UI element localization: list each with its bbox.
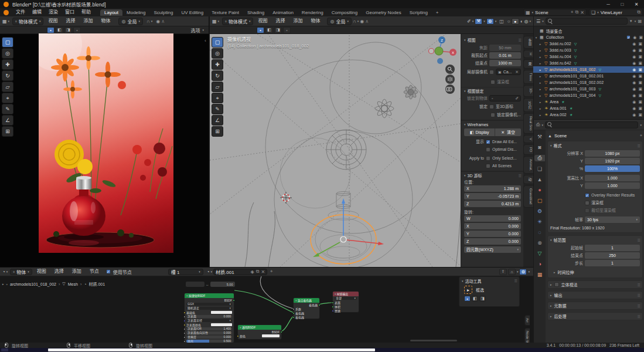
outliner-root-row[interactable]: ▦ 场景集合 bbox=[534, 28, 644, 34]
add-menu[interactable]: 添加 bbox=[289, 17, 306, 25]
editor-type-icon[interactable]: ▦ bbox=[2, 19, 7, 24]
eye-icon[interactable]: ◉ bbox=[632, 42, 636, 46]
expand-icon[interactable]: ▸ bbox=[538, 113, 543, 117]
tool-select-box[interactable]: ▢ bbox=[212, 37, 223, 48]
expand-icon[interactable]: ▸ bbox=[538, 42, 543, 46]
properties-tab-material[interactable]: ◑ bbox=[538, 261, 541, 267]
scene-selector[interactable]: ▦ ▾ Scene ⌖ ⧉ ✕ bbox=[523, 9, 587, 16]
tool-cursor[interactable]: ◎ bbox=[2, 48, 13, 59]
n-tab-h[interactable]: H bbox=[523, 50, 533, 58]
workspace-tab-geonodes[interactable]: Geometry Nodes bbox=[362, 9, 405, 16]
node-header[interactable]: ▾ 混合着色器 bbox=[294, 298, 319, 303]
eye-icon[interactable]: ◉ bbox=[632, 93, 636, 98]
object-menu[interactable]: 物体 bbox=[307, 17, 323, 25]
cursor-panel-header[interactable]: ▾ 3D 游标 ☰ bbox=[461, 171, 524, 179]
n-tab-grassblade[interactable]: Grassblad bbox=[523, 185, 533, 207]
shading-solid-icon[interactable]: ● bbox=[512, 18, 519, 25]
chevron-down-icon[interactable]: ▾ bbox=[532, 11, 534, 14]
color-row[interactable]: 颜色 bbox=[238, 334, 281, 338]
camera-restrict-icon[interactable]: ▣ bbox=[638, 42, 642, 46]
menu-edit[interactable]: 编辑 bbox=[29, 8, 45, 16]
xray-toggle-icon[interactable]: ◫ bbox=[499, 19, 504, 24]
lock-cursor-checkbox[interactable] bbox=[489, 104, 494, 109]
eye-icon[interactable]: ◉ bbox=[632, 74, 636, 79]
cursor-ry-field[interactable]: Y0.000 bbox=[464, 231, 521, 237]
chevron-down-icon[interactable]: ▾ bbox=[517, 270, 519, 273]
sidebar-collapse-icon[interactable]: › bbox=[205, 38, 206, 43]
expand-icon[interactable]: ▸ bbox=[2, 282, 4, 286]
time-stretch-subpanel[interactable]: ▸时间拉伸 bbox=[548, 267, 642, 276]
camera-restrict-icon[interactable]: ▣ bbox=[638, 48, 642, 53]
frame-range-panel-header[interactable]: ▾ 帧范围 ☰ bbox=[548, 236, 642, 244]
n-tab-2[interactable]: 果 bbox=[523, 59, 533, 69]
proportional-falloff-icon[interactable]: ∧ bbox=[365, 19, 369, 24]
chevron-down-icon[interactable]: ▾ bbox=[211, 270, 213, 273]
properties-tab-physics[interactable]: ◌ bbox=[538, 229, 541, 235]
camera-restrict-icon[interactable]: ▣ bbox=[638, 61, 642, 66]
tool-rotate[interactable]: ↻ bbox=[212, 70, 223, 81]
expand-icon[interactable]: ▾ bbox=[534, 36, 539, 39]
menu-file[interactable]: 文件 bbox=[12, 8, 29, 16]
select-menu[interactable]: 选择 bbox=[272, 17, 288, 25]
outliner-row[interactable]: ▸▽3ddd.ru.642▽◉▣ bbox=[533, 60, 644, 66]
optimal-display-checkbox[interactable] bbox=[486, 147, 490, 152]
subsurface-color-swatch[interactable] bbox=[211, 323, 232, 326]
expand-icon[interactable]: ▸ bbox=[538, 62, 543, 65]
res-y-field[interactable]: 1920 px bbox=[585, 158, 640, 164]
minimize-button[interactable]: ─ bbox=[603, 2, 614, 7]
viewport-left[interactable]: ▪ ◧ ◨ ▫ 选项 ▾ ▢ ◎ ✚ ↻ ▱ ⌖ ✎ ∠ ⊞ › bbox=[0, 26, 209, 267]
chevron-down-icon[interactable]: ▾ bbox=[529, 19, 531, 23]
slot-dropdown[interactable]: 槽 1▾ bbox=[168, 269, 203, 275]
box-select-tool-button[interactable]: ▸ bbox=[464, 286, 472, 294]
frame-start-field[interactable]: 1 bbox=[585, 245, 640, 251]
outliner-row[interactable]: ▸▽archmodels101_018_002.001◉▣ bbox=[533, 73, 644, 79]
outliner-row[interactable]: ▸▽archmodels101_018_003▽◉▣ bbox=[533, 86, 644, 92]
subsurface-row[interactable]: 次表面0.000 bbox=[185, 314, 234, 319]
socket-bsdf-out[interactable] bbox=[233, 299, 235, 302]
node-header[interactable]: ▾ 原理化BSDF bbox=[185, 293, 234, 298]
color-swatch[interactable] bbox=[262, 334, 280, 337]
expand-icon[interactable]: ▸ bbox=[538, 81, 543, 84]
camera-restrict-icon[interactable]: ▣ bbox=[638, 113, 642, 117]
select-mode-extend-icon[interactable]: ◧ bbox=[472, 296, 478, 302]
view-menu[interactable]: 视图 bbox=[33, 268, 50, 276]
shading-wireframe-icon[interactable]: ○ bbox=[507, 19, 510, 24]
menu-render[interactable]: 渲染 bbox=[45, 8, 62, 16]
tool-cursor[interactable]: ◎ bbox=[212, 48, 223, 59]
chevron-down-icon[interactable]: ▾ bbox=[6, 270, 8, 273]
expand-icon[interactable]: ▸ bbox=[538, 87, 543, 91]
workspace-tab-uv[interactable]: UV Editing bbox=[177, 9, 207, 16]
overlays-toggle-icon[interactable]: ◍ bbox=[486, 18, 494, 25]
only-selected-checkbox[interactable] bbox=[486, 156, 490, 161]
close-button[interactable]: ✕ bbox=[631, 2, 642, 7]
breadcrumb-scene[interactable]: Scene bbox=[554, 133, 567, 138]
camera-restrict-icon[interactable]: ▣ bbox=[638, 74, 642, 79]
value-drag-widget[interactable]: ↔ 5.00 bbox=[186, 282, 235, 287]
select-menu[interactable]: 选择 bbox=[51, 268, 67, 276]
cursor-x-field[interactable]: X1.288 m bbox=[464, 185, 521, 192]
camera-restrict-icon[interactable]: ▣ bbox=[638, 67, 642, 72]
camera-restrict-icon[interactable]: ▣ bbox=[638, 106, 642, 111]
cursor-rw-field[interactable]: W0.000 bbox=[464, 215, 521, 222]
eye-icon[interactable]: ◉ bbox=[632, 100, 636, 104]
fps-dropdown[interactable]: 30 fps▾ bbox=[585, 216, 640, 223]
chevron-down-icon[interactable]: ▾ bbox=[640, 123, 642, 127]
snap-magnet-icon[interactable]: ∩ bbox=[353, 19, 356, 24]
breadcrumb-mesh[interactable]: Mesh bbox=[68, 282, 78, 286]
taskbar-start-icon[interactable] bbox=[1, 348, 8, 351]
expand-icon[interactable]: ▸ bbox=[538, 68, 543, 72]
base-color-row[interactable]: 基础色 bbox=[185, 310, 234, 314]
outliner-row[interactable]: ▸☀Area.001☀◉▣ bbox=[533, 105, 644, 111]
eye-icon[interactable]: ◉ bbox=[632, 113, 636, 117]
copy-icon[interactable]: ⧉ bbox=[575, 9, 579, 15]
view-menu[interactable]: 视图 bbox=[45, 17, 61, 25]
workspace-tab-compositing[interactable]: Compositing bbox=[328, 9, 362, 16]
socket-shader-out[interactable] bbox=[318, 304, 321, 306]
expand-icon[interactable]: ▸ bbox=[538, 49, 543, 52]
workspace-tab-rendering[interactable]: Rendering bbox=[298, 9, 328, 16]
outliner-collection-row[interactable]: ▾ ▦ Collection ✓◉▣ bbox=[534, 34, 644, 40]
postprocessing-panel-header[interactable]: ▸ 后处理 ☰ bbox=[547, 312, 643, 320]
clip-start-field[interactable]: 0.01 m bbox=[489, 52, 521, 59]
add-menu[interactable]: 添加 bbox=[80, 17, 96, 25]
close-icon[interactable]: ✕ bbox=[580, 10, 584, 15]
